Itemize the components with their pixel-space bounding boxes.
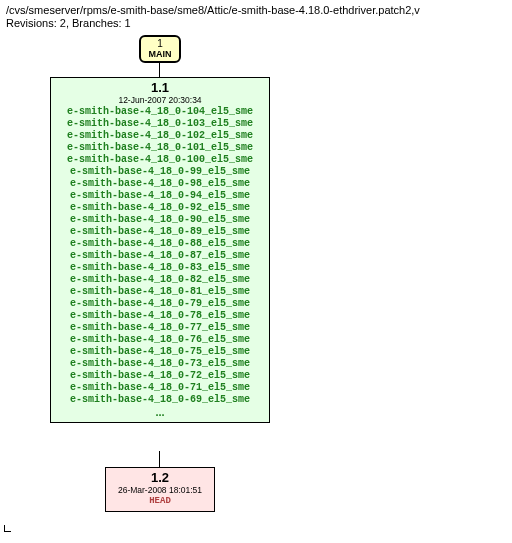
revision-node-1.2[interactable]: 1.2 26-Mar-2008 18:01:51 HEAD (105, 467, 215, 512)
revision-tag: e-smith-base-4_18_0-81_el5_sme (57, 286, 263, 298)
revision-tag: e-smith-base-4_18_0-83_el5_sme (57, 262, 263, 274)
revision-tag: e-smith-base-4_18_0-99_el5_sme (57, 166, 263, 178)
branch-name: MAIN (145, 49, 175, 59)
revision-tag: e-smith-base-4_18_0-72_el5_sme (57, 370, 263, 382)
revision-summary: Revisions: 2, Branches: 1 (6, 17, 506, 29)
revision-date: 12-Jun-2007 20:30:34 (57, 95, 263, 106)
revision-tag: e-smith-base-4_18_0-101_el5_sme (57, 142, 263, 154)
revision-tag: e-smith-base-4_18_0-76_el5_sme (57, 334, 263, 346)
revision-version: 1.2 (112, 470, 208, 485)
revision-tag: e-smith-base-4_18_0-69_el5_sme (57, 394, 263, 406)
revision-tag: e-smith-base-4_18_0-89_el5_sme (57, 226, 263, 238)
file-path: /cvs/smeserver/rpms/e-smith-base/sme8/At… (6, 4, 506, 16)
revision-tag: e-smith-base-4_18_0-73_el5_sme (57, 358, 263, 370)
revision-tag: e-smith-base-4_18_0-87_el5_sme (57, 250, 263, 262)
revision-tag: e-smith-base-4_18_0-79_el5_sme (57, 298, 263, 310)
revision-tags: e-smith-base-4_18_0-104_el5_smee-smith-b… (57, 106, 263, 406)
tags-ellipsis: ... (57, 406, 263, 418)
graph-canvas: 1 MAIN 1.1 12-Jun-2007 20:30:34 e-smith-… (0, 31, 512, 536)
revision-tag: e-smith-base-4_18_0-88_el5_sme (57, 238, 263, 250)
revision-node-1.1[interactable]: 1.1 12-Jun-2007 20:30:34 e-smith-base-4_… (50, 77, 270, 423)
revision-tag: e-smith-base-4_18_0-75_el5_sme (57, 346, 263, 358)
revision-tag: e-smith-base-4_18_0-103_el5_sme (57, 118, 263, 130)
revision-tag: e-smith-base-4_18_0-104_el5_sme (57, 106, 263, 118)
corner-mark-icon (4, 525, 11, 532)
revision-version: 1.1 (57, 80, 263, 95)
revision-tag: e-smith-base-4_18_0-92_el5_sme (57, 202, 263, 214)
revision-tag: e-smith-base-4_18_0-71_el5_sme (57, 382, 263, 394)
revision-date: 26-Mar-2008 18:01:51 (112, 485, 208, 496)
branch-number: 1 (145, 38, 175, 49)
revision-tag: e-smith-base-4_18_0-98_el5_sme (57, 178, 263, 190)
revision-tag: e-smith-base-4_18_0-94_el5_sme (57, 190, 263, 202)
revision-tag: e-smith-base-4_18_0-77_el5_sme (57, 322, 263, 334)
revision-tag: e-smith-base-4_18_0-82_el5_sme (57, 274, 263, 286)
revision-tag: e-smith-base-4_18_0-90_el5_sme (57, 214, 263, 226)
header: /cvs/smeserver/rpms/e-smith-base/sme8/At… (0, 0, 512, 31)
revision-tag: e-smith-base-4_18_0-78_el5_sme (57, 310, 263, 322)
revision-tag: e-smith-base-4_18_0-102_el5_sme (57, 130, 263, 142)
head-label: HEAD (112, 496, 208, 507)
connector-line (159, 451, 160, 467)
branch-node-main[interactable]: 1 MAIN (139, 35, 181, 63)
connector-line (159, 61, 160, 77)
revision-tag: e-smith-base-4_18_0-100_el5_sme (57, 154, 263, 166)
